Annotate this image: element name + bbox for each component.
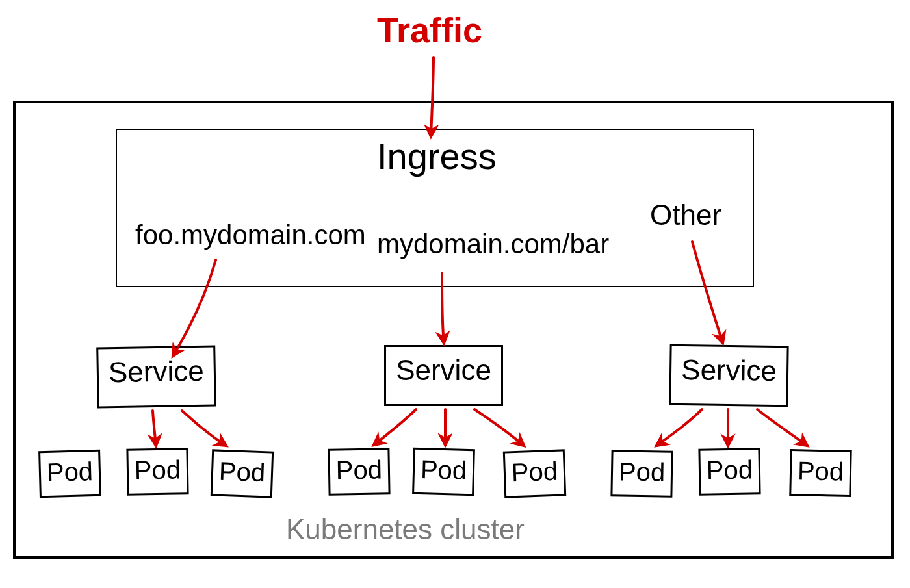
pod-label: Pod xyxy=(798,456,844,485)
pod-label: Pod xyxy=(134,455,181,484)
traffic-label: Traffic xyxy=(377,10,482,50)
ingress-route-bar: mydomain.com/bar xyxy=(377,229,609,260)
pod-label: Pod xyxy=(218,457,266,487)
pod-box-a2: Pod xyxy=(126,448,188,496)
ingress-route-other: Other xyxy=(650,199,722,231)
ingress-title: Ingress xyxy=(377,135,497,177)
service-label: Service xyxy=(396,354,491,386)
pod-box-b2: Pod xyxy=(412,448,475,496)
pod-label: Pod xyxy=(706,455,753,484)
service-label: Service xyxy=(681,353,777,387)
service-box-c: Service xyxy=(669,344,788,407)
service-label: Service xyxy=(109,355,205,389)
pod-label: Pod xyxy=(619,457,666,486)
pod-box-a1: Pod xyxy=(38,450,101,498)
pod-label: Pod xyxy=(511,457,558,487)
pod-box-b1: Pod xyxy=(328,448,390,496)
pod-label: Pod xyxy=(335,455,382,484)
pod-label: Pod xyxy=(420,455,467,485)
pod-box-a3: Pod xyxy=(211,449,274,498)
diagram-stage: Traffic Ingress foo.mydomain.com mydomai… xyxy=(0,0,910,588)
cluster-label: Kubernetes cluster xyxy=(286,513,525,546)
ingress-route-foo: foo.mydomain.com xyxy=(135,220,366,251)
pod-box-b3: Pod xyxy=(503,449,566,498)
service-box-a: Service xyxy=(96,345,216,408)
pod-label: Pod xyxy=(46,457,93,487)
pod-box-c2: Pod xyxy=(698,448,760,496)
service-box-b: Service xyxy=(384,345,503,406)
pod-box-c1: Pod xyxy=(610,450,673,498)
pod-box-c3: Pod xyxy=(789,449,852,497)
